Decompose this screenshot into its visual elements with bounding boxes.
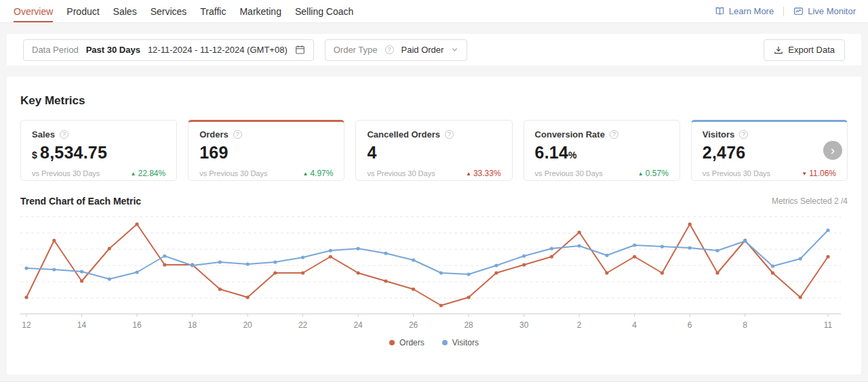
tab-marketing[interactable]: Marketing (233, 0, 288, 22)
legend-item-orders[interactable]: Orders (389, 338, 425, 347)
help-icon[interactable]: ? (60, 130, 68, 139)
x-tick-label: 26 (409, 320, 418, 330)
data-point-visitors[interactable] (246, 262, 250, 265)
data-point-orders[interactable] (660, 271, 664, 274)
data-point-orders[interactable] (633, 255, 636, 258)
data-point-orders[interactable] (771, 271, 774, 274)
data-point-visitors[interactable] (467, 272, 471, 276)
data-point-visitors[interactable] (826, 228, 829, 232)
data-point-visitors[interactable] (329, 249, 332, 252)
data-point-orders[interactable] (467, 295, 471, 299)
data-point-visitors[interactable] (163, 254, 166, 257)
metric-value: 169 (199, 143, 333, 163)
data-point-orders[interactable] (329, 255, 332, 258)
data-point-visitors[interactable] (135, 270, 138, 274)
data-point-orders[interactable] (826, 255, 829, 258)
data-point-orders[interactable] (273, 271, 277, 274)
tab-product[interactable]: Product (60, 0, 106, 22)
data-point-orders[interactable] (246, 295, 250, 299)
learn-more-link[interactable]: Learn More (715, 6, 774, 16)
data-point-visitors[interactable] (633, 243, 636, 247)
trend-chart-title: Trend Chart of Each Metric (20, 196, 141, 207)
metric-title: Cancelled Orders (367, 129, 440, 140)
data-point-visitors[interactable] (494, 263, 498, 267)
data-period-control[interactable]: Data Period Past 30 Days 12-11-2024 - 11… (23, 39, 314, 61)
data-point-orders[interactable] (715, 271, 719, 274)
x-tick-label: 12 (22, 320, 31, 330)
x-tick-label: 8 (743, 320, 747, 330)
data-point-visitors[interactable] (357, 247, 360, 250)
data-point-visitors[interactable] (384, 251, 387, 255)
metric-card-sales[interactable]: Sales?$ 8,534.75vs Previous 30 Days▲22.8… (20, 120, 177, 181)
data-point-orders[interactable] (578, 230, 581, 234)
data-point-orders[interactable] (52, 238, 56, 242)
help-icon[interactable]: ? (233, 130, 242, 139)
legend-dot (442, 340, 448, 345)
data-point-orders[interactable] (439, 303, 443, 307)
data-point-orders[interactable] (522, 263, 526, 266)
metric-card-orders[interactable]: Orders?169vs Previous 30 Days▲4.97% (188, 120, 344, 181)
live-monitor-link[interactable]: Live Monitor (793, 6, 856, 16)
data-point-visitors[interactable] (743, 239, 747, 242)
tab-traffic[interactable]: Traffic (193, 0, 233, 22)
help-icon[interactable]: ? (739, 130, 748, 139)
data-point-orders[interactable] (135, 222, 138, 226)
help-icon[interactable]: ? (385, 45, 394, 54)
data-point-visitors[interactable] (412, 258, 415, 261)
data-point-visitors[interactable] (52, 268, 56, 271)
bottom-strip (0, 381, 868, 384)
data-point-orders[interactable] (218, 287, 222, 291)
data-point-visitors[interactable] (301, 255, 304, 259)
data-point-orders[interactable] (301, 271, 304, 274)
data-point-orders[interactable] (799, 295, 802, 299)
delta-badge: ▼11.06% (802, 169, 836, 178)
data-point-visitors[interactable] (522, 254, 526, 257)
tab-overview[interactable]: Overview (7, 0, 60, 22)
tab-selling-coach[interactable]: Selling Coach (288, 0, 360, 22)
metric-card-conversion-rate[interactable]: Conversion Rate?6.14%vs Previous 30 Days… (524, 120, 680, 181)
data-point-visitors[interactable] (191, 263, 194, 267)
data-point-visitors[interactable] (80, 270, 83, 273)
delta-badge: ▲33.33% (466, 169, 501, 178)
compare-label: vs Previous 30 Days (535, 169, 603, 177)
compare-label: vs Previous 30 Days (367, 169, 435, 177)
data-point-visitors[interactable] (771, 264, 774, 268)
data-point-visitors[interactable] (605, 253, 608, 257)
tab-services[interactable]: Services (144, 0, 194, 22)
data-point-visitors[interactable] (108, 277, 111, 280)
data-point-visitors[interactable] (715, 249, 719, 252)
x-tick-label: 24 (353, 320, 363, 330)
data-point-visitors[interactable] (24, 266, 28, 270)
data-point-orders[interactable] (494, 271, 498, 274)
export-data-button[interactable]: Export Data (764, 39, 845, 61)
legend-item-visitors[interactable]: Visitors (442, 338, 479, 347)
metric-card-cancelled-orders[interactable]: Cancelled Orders?4vs Previous 30 Days▲33… (355, 120, 512, 181)
export-data-label: Export Data (788, 45, 835, 55)
data-point-orders[interactable] (550, 255, 553, 258)
data-point-orders[interactable] (108, 247, 111, 250)
data-point-visitors[interactable] (550, 247, 553, 250)
data-point-orders[interactable] (80, 279, 83, 282)
data-point-orders[interactable] (24, 295, 28, 299)
data-point-orders[interactable] (357, 271, 360, 274)
data-point-visitors[interactable] (218, 260, 222, 263)
data-point-visitors[interactable] (688, 246, 692, 249)
data-point-orders[interactable] (163, 263, 166, 266)
data-point-orders[interactable] (605, 271, 608, 274)
metric-value: $ 8,534.75 (32, 143, 165, 163)
data-point-visitors[interactable] (273, 260, 277, 263)
data-point-visitors[interactable] (439, 271, 443, 274)
data-point-visitors[interactable] (660, 244, 664, 248)
data-point-visitors[interactable] (578, 244, 581, 247)
help-icon[interactable]: ? (445, 130, 454, 139)
data-point-orders[interactable] (412, 287, 415, 291)
data-point-orders[interactable] (384, 279, 387, 282)
tab-sales[interactable]: Sales (106, 0, 144, 22)
compare-label: vs Previous 30 Days (703, 169, 770, 177)
data-point-visitors[interactable] (799, 257, 802, 260)
data-point-orders[interactable] (688, 222, 692, 226)
order-type-control[interactable]: Order Type ? Paid Order (325, 39, 468, 61)
help-icon[interactable]: ? (610, 130, 618, 139)
cards-scroll-next-button[interactable]: › (823, 141, 842, 160)
trend-chart-svg: 12141618202224262830246811 (20, 216, 841, 330)
